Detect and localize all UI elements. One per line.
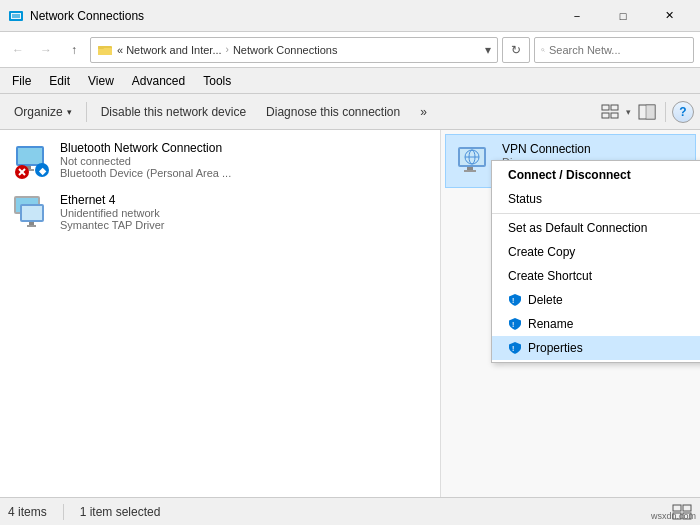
ctx-set-default[interactable]: Set as Default Connection: [492, 216, 700, 240]
network-item-bluetooth[interactable]: ◆ Bluetooth Network Connection Not conne…: [4, 134, 436, 186]
svg-rect-2: [12, 14, 20, 18]
watermark: wsxdn.com: [651, 511, 696, 521]
ctx-delete[interactable]: ! Delete: [492, 288, 700, 312]
ctx-rename[interactable]: ! Rename: [492, 312, 700, 336]
back-button[interactable]: ←: [6, 38, 30, 62]
close-button[interactable]: ✕: [646, 0, 692, 32]
search-input[interactable]: [549, 44, 687, 56]
refresh-button[interactable]: ↻: [502, 37, 530, 63]
toolbar-separator-2: [665, 102, 666, 122]
forward-button[interactable]: →: [34, 38, 58, 62]
address-path[interactable]: « Network and Inter... › Network Connect…: [90, 37, 498, 63]
address-bar: ← → ↑ « Network and Inter... › Network C…: [0, 32, 700, 68]
preview-pane-button[interactable]: [635, 100, 659, 124]
svg-text:◆: ◆: [38, 166, 47, 176]
minimize-button[interactable]: −: [554, 0, 600, 32]
ctx-connect-disconnect[interactable]: Connect / Disconnect: [492, 163, 700, 187]
maximize-button[interactable]: □: [600, 0, 646, 32]
status-bar: 4 items 1 item selected: [0, 497, 700, 525]
path-part1: « Network and Inter...: [117, 44, 222, 56]
properties-shield-icon: !: [508, 341, 522, 355]
disable-device-button[interactable]: Disable this network device: [93, 98, 254, 126]
svg-rect-29: [29, 222, 34, 225]
status-separator: [63, 504, 64, 520]
change-view-button[interactable]: [598, 100, 622, 124]
search-icon: [541, 44, 545, 56]
ctx-status-label: Status: [508, 192, 542, 206]
help-button[interactable]: ?: [672, 101, 694, 123]
ctx-shortcut-label: Create Shortcut: [508, 269, 592, 283]
svg-rect-9: [611, 105, 618, 110]
svg-text:!: !: [512, 345, 514, 352]
view-dropdown-icon[interactable]: ▾: [626, 107, 631, 117]
menu-view[interactable]: View: [80, 72, 122, 90]
ctx-delete-label: Delete: [528, 293, 563, 307]
window-controls: − □ ✕: [554, 0, 692, 32]
path-icon: [97, 42, 113, 58]
svg-rect-5: [98, 46, 104, 49]
ctx-separator-1: [492, 213, 700, 214]
bluetooth-driver: Bluetooth Device (Personal Area ...: [60, 167, 231, 179]
menu-advanced[interactable]: Advanced: [124, 72, 193, 90]
ethernet-icon: [12, 192, 52, 232]
bluetooth-icon: ◆: [12, 140, 52, 180]
svg-rect-15: [18, 148, 42, 164]
svg-rect-4: [98, 48, 112, 55]
path-dropdown-btn[interactable]: ▾: [485, 43, 491, 57]
svg-rect-41: [673, 505, 681, 511]
vpn-name: VPN Connection: [502, 142, 591, 156]
menu-tools[interactable]: Tools: [195, 72, 239, 90]
bluetooth-status: Not connected: [60, 155, 231, 167]
ethernet-driver: Symantec TAP Driver: [60, 219, 165, 231]
ctx-rename-label: Rename: [528, 317, 573, 331]
preview-icon: [638, 103, 656, 121]
delete-shield-icon: !: [508, 293, 522, 307]
svg-point-6: [542, 48, 544, 50]
diagnose-button[interactable]: Diagnose this connection: [258, 98, 408, 126]
vpn-icon: [454, 141, 494, 181]
ctx-default-label: Set as Default Connection: [508, 221, 647, 235]
more-button[interactable]: »: [412, 98, 435, 126]
up-button[interactable]: ↑: [62, 38, 86, 62]
svg-rect-30: [27, 225, 36, 227]
ethernet-status: Unidentified network: [60, 207, 165, 219]
title-bar: Network Connections − □ ✕: [0, 0, 700, 32]
network-item-ethernet[interactable]: Ethernet 4 Unidentified network Symantec…: [4, 186, 436, 238]
ctx-status[interactable]: Status: [492, 187, 700, 211]
ctx-copy-label: Create Copy: [508, 245, 575, 259]
rename-shield-icon: !: [508, 317, 522, 331]
svg-rect-13: [646, 105, 655, 119]
ctx-connect-label: Connect / Disconnect: [508, 168, 631, 182]
svg-line-7: [544, 50, 545, 51]
organize-dropdown-icon: ▾: [67, 107, 72, 117]
window-icon: [8, 8, 24, 24]
item-count: 4 items: [8, 505, 47, 519]
menu-file[interactable]: File: [4, 72, 39, 90]
ctx-create-copy[interactable]: Create Copy: [492, 240, 700, 264]
view-icon: [601, 103, 619, 121]
toolbar-separator-1: [86, 102, 87, 122]
svg-rect-42: [683, 505, 691, 511]
ethernet-name: Ethernet 4: [60, 193, 165, 207]
search-box[interactable]: [534, 37, 694, 63]
svg-rect-33: [467, 167, 473, 170]
items-list: ◆ Bluetooth Network Connection Not conne…: [0, 130, 440, 497]
svg-rect-34: [464, 170, 476, 172]
organize-button[interactable]: Organize ▾: [6, 98, 80, 126]
path-separator: ›: [226, 44, 229, 55]
path-part2: Network Connections: [233, 44, 338, 56]
ctx-create-shortcut[interactable]: Create Shortcut: [492, 264, 700, 288]
context-menu: Connect / Disconnect Status Set as Defau…: [491, 160, 700, 363]
ctx-properties-label: Properties: [528, 341, 583, 355]
svg-rect-28: [22, 206, 42, 220]
svg-rect-8: [602, 105, 609, 110]
menu-bar: File Edit View Advanced Tools: [0, 68, 700, 94]
content-area: ◆ Bluetooth Network Connection Not conne…: [0, 130, 700, 497]
selection-count: 1 item selected: [80, 505, 161, 519]
svg-text:!: !: [512, 297, 514, 304]
ctx-properties[interactable]: ! Properties: [492, 336, 700, 360]
svg-rect-11: [611, 113, 618, 118]
svg-text:!: !: [512, 321, 514, 328]
window-title: Network Connections: [30, 9, 554, 23]
menu-edit[interactable]: Edit: [41, 72, 78, 90]
